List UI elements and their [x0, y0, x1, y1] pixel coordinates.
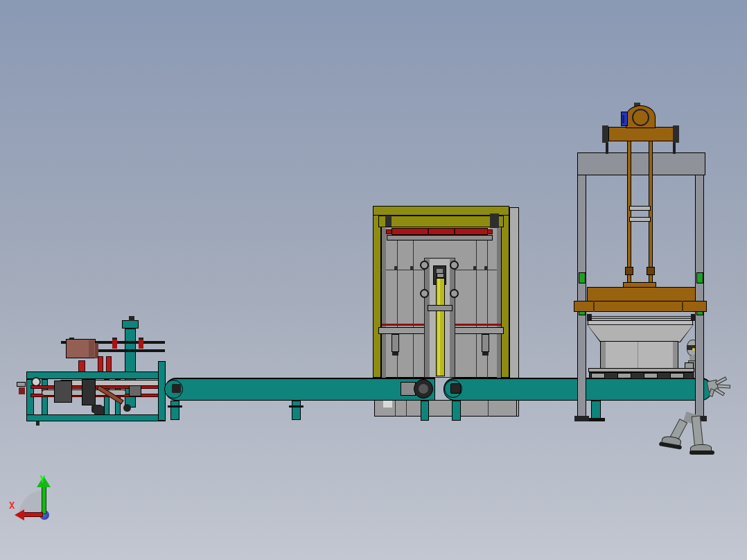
y-axis-label: Y: [39, 474, 45, 484]
x-axis-arrowhead: [15, 509, 24, 520]
cad-viewport[interactable]: Y X: [0, 0, 747, 560]
origin-triad: Y X: [0, 0, 747, 560]
x-axis-label: X: [9, 500, 15, 510]
x-axis-shaft: [24, 512, 43, 517]
y-axis-shaft: [42, 487, 46, 514]
